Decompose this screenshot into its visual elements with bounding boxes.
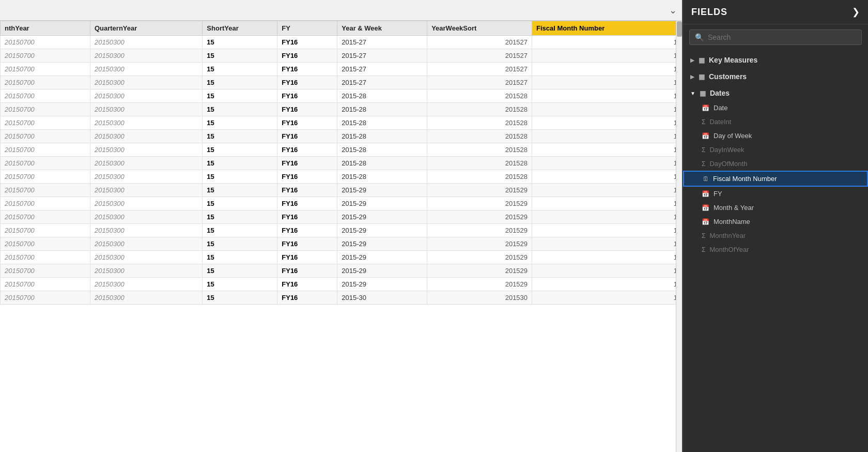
table-row: 201507002015030015FY162015-282015281 bbox=[1, 157, 682, 170]
col-header-yearweeksort[interactable]: YearWeekSort bbox=[427, 21, 532, 36]
table-cell: 15 bbox=[203, 251, 277, 264]
field-item-month-and-year[interactable]: 📅 Month & Year bbox=[683, 201, 868, 215]
table-cell: 1 bbox=[532, 184, 682, 197]
table-cell: 201528 bbox=[427, 130, 532, 143]
table-cell: FY16 bbox=[277, 184, 337, 197]
table-cell: 1 bbox=[532, 278, 682, 291]
field-group-customers: ▶ ▦ Customers bbox=[683, 69, 868, 84]
table-cell: 201527 bbox=[427, 49, 532, 63]
table-cell: 15 bbox=[203, 197, 277, 210]
search-input[interactable] bbox=[708, 33, 856, 41]
dateint-label: DateInt bbox=[709, 118, 731, 126]
search-box[interactable]: 🔍 bbox=[689, 29, 862, 45]
table-row: 201507002015030015FY162015-282015281 bbox=[1, 130, 682, 143]
table-cell: 20150700 bbox=[1, 89, 90, 103]
table-cell: 2015-27 bbox=[337, 63, 427, 76]
field-item-dayinweek[interactable]: Σ DayInWeek bbox=[683, 143, 868, 157]
field-group-header-key-measures[interactable]: ▶ ▦ Key Measures bbox=[683, 52, 868, 68]
customers-label: Customers bbox=[709, 72, 747, 81]
table-cell: 15 bbox=[203, 278, 277, 291]
col-header-fy[interactable]: FY bbox=[277, 21, 337, 36]
table-cell: 201527 bbox=[427, 76, 532, 89]
table-cell: 1 bbox=[532, 103, 682, 116]
table-cell: 1 bbox=[532, 116, 682, 130]
table-cell: 15 bbox=[203, 103, 277, 116]
table-cell: FY16 bbox=[277, 89, 337, 103]
field-item-dayofmonth[interactable]: Σ DayOfMonth bbox=[683, 157, 868, 171]
fields-title: FIELDS bbox=[691, 7, 727, 18]
table-cell: 20150700 bbox=[1, 237, 90, 251]
table-cell: 20150300 bbox=[90, 130, 202, 143]
field-item-monthname[interactable]: 📅 MonthName bbox=[683, 215, 868, 229]
table-cell: 15 bbox=[203, 76, 277, 89]
table-cell: 15 bbox=[203, 130, 277, 143]
table-cell: 201529 bbox=[427, 237, 532, 251]
table-cell: 201529 bbox=[427, 278, 532, 291]
table-cell: 20150300 bbox=[90, 63, 202, 76]
table-cell: 20150700 bbox=[1, 157, 90, 170]
table-cell: 1 bbox=[532, 63, 682, 76]
table-cell: 1 bbox=[532, 143, 682, 157]
table-cell: 20150700 bbox=[1, 291, 90, 305]
fields-collapse-button[interactable]: ❯ bbox=[852, 6, 860, 18]
table-cell: 2015-27 bbox=[337, 76, 427, 89]
col-header-quarternyear[interactable]: QuarternYear bbox=[90, 21, 202, 36]
field-item-monthnyear[interactable]: Σ MonthnYear bbox=[683, 229, 868, 243]
col-header-fiscal-month-number[interactable]: Fiscal Month Number bbox=[532, 21, 682, 36]
fields-header: FIELDS ❯ bbox=[683, 0, 868, 24]
table-cell: 1 bbox=[532, 210, 682, 224]
table-row: 201507002015030015FY162015-272015271 bbox=[1, 36, 682, 49]
field-item-fiscal-month-number[interactable]: 🗓 Fiscal Month Number bbox=[683, 171, 868, 187]
table-cell: FY16 bbox=[277, 224, 337, 237]
table-cell: FY16 bbox=[277, 103, 337, 116]
field-item-day-of-week[interactable]: 📅 Day of Week bbox=[683, 129, 868, 143]
field-item-monthofyear[interactable]: Σ MonthOfYear bbox=[683, 243, 868, 257]
customers-table-icon: ▦ bbox=[699, 73, 705, 81]
chevron-down-icon[interactable]: ⌄ bbox=[669, 5, 677, 16]
fiscal-month-number-field-icon: 🗓 bbox=[703, 175, 709, 183]
col-header-yearweek[interactable]: Year & Week bbox=[337, 21, 427, 36]
scroll-indicator[interactable] bbox=[676, 21, 682, 452]
field-item-date[interactable]: 📅 Date bbox=[683, 101, 868, 115]
table-row: 201507002015030015FY162015-272015271 bbox=[1, 63, 682, 76]
table-cell: 15 bbox=[203, 264, 277, 278]
field-item-fy[interactable]: 📅 FY bbox=[683, 187, 868, 201]
table-cell: 201529 bbox=[427, 264, 532, 278]
table-cell: 20150300 bbox=[90, 89, 202, 103]
table-cell: 20150700 bbox=[1, 76, 90, 89]
table-body: 201507002015030015FY162015-2720152712015… bbox=[1, 36, 682, 305]
table-cell: FY16 bbox=[277, 291, 337, 305]
table-cell: 2015-28 bbox=[337, 116, 427, 130]
table-cell: 201529 bbox=[427, 251, 532, 264]
table-cell: 20150700 bbox=[1, 130, 90, 143]
date-label: Date bbox=[714, 104, 727, 112]
col-header-monthyear[interactable]: nthYear bbox=[1, 21, 90, 36]
col-header-shortyear[interactable]: ShortYear bbox=[203, 21, 277, 36]
table-cell: 15 bbox=[203, 170, 277, 184]
table-cell: 201528 bbox=[427, 170, 532, 184]
table-cell: 2015-29 bbox=[337, 237, 427, 251]
table-cell: 20150300 bbox=[90, 184, 202, 197]
table-cell: 20150700 bbox=[1, 278, 90, 291]
key-measures-table-icon: ▦ bbox=[699, 56, 705, 64]
table-cell: 20150300 bbox=[90, 143, 202, 157]
field-group-header-dates[interactable]: ▼ ▦ Dates bbox=[683, 85, 868, 101]
table-cell: 15 bbox=[203, 36, 277, 49]
table-cell: 20150700 bbox=[1, 143, 90, 157]
table-cell: 2015-29 bbox=[337, 210, 427, 224]
table-cell: 20150700 bbox=[1, 36, 90, 49]
table-area: ⌄ nthYear QuarternYear ShortYear FY Year… bbox=[0, 0, 682, 452]
day-of-week-field-icon: 📅 bbox=[702, 132, 709, 140]
table-cell: 201527 bbox=[427, 63, 532, 76]
table-cell: 20150300 bbox=[90, 197, 202, 210]
field-group-header-customers[interactable]: ▶ ▦ Customers bbox=[683, 69, 868, 84]
table-row: 201507002015030015FY162015-282015281 bbox=[1, 116, 682, 130]
table-cell: 201530 bbox=[427, 291, 532, 305]
dates-arrow-icon: ▼ bbox=[690, 91, 695, 96]
table-cell: 201528 bbox=[427, 143, 532, 157]
table-cell: FY16 bbox=[277, 170, 337, 184]
table-row: 201507002015030015FY162015-292015291 bbox=[1, 251, 682, 264]
table-cell: FY16 bbox=[277, 264, 337, 278]
field-item-dateint[interactable]: Σ DateInt bbox=[683, 115, 868, 129]
key-measures-arrow-icon: ▶ bbox=[690, 57, 694, 63]
